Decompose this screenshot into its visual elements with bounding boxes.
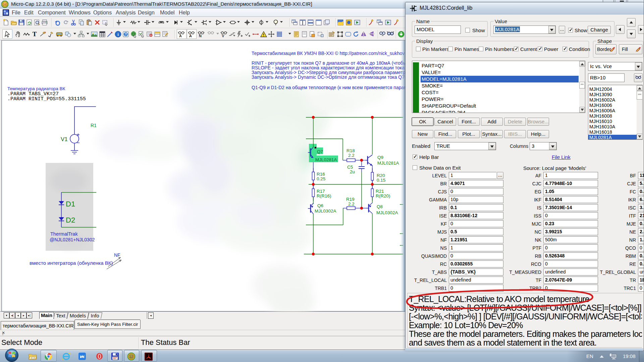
svg-text:2u: 2u	[350, 169, 355, 174]
svg-text:MJL0281A: MJL0281A	[315, 157, 337, 162]
svg-text:Q1-Q9 и D1-D2 на общем теплоот: Q1-Q9 и D1-D2 на общем теплоотводе (к ни…	[252, 85, 405, 90]
svg-text:2.2: 2.2	[348, 153, 355, 158]
svg-text:N: N	[199, 34, 202, 38]
svg-text:MJL0302A: MJL0302A	[376, 210, 398, 215]
svg-text:вместо интегратора (обнуленка: вместо интегратора (обнуленка ВК)	[30, 260, 113, 266]
svg-text:T: T	[33, 31, 37, 38]
svg-text:12: 12	[129, 355, 133, 359]
svg-text:R20: R20	[377, 173, 385, 178]
svg-text:D1: D1	[66, 200, 75, 208]
svg-text:.PARAM RINIT_POS=55.331155: .PARAM RINIT_POS=55.331155	[7, 96, 86, 102]
svg-text:A: A	[189, 34, 192, 38]
svg-text:D2: D2	[66, 216, 75, 224]
svg-text:R21: R21	[376, 189, 384, 194]
svg-text:R16: R16	[317, 172, 325, 177]
svg-text:R(R16): R(R16)	[317, 193, 331, 198]
svg-text:Q7: Q7	[317, 149, 323, 154]
svg-text:NF: NF	[114, 252, 120, 258]
svg-text:A: A	[179, 34, 182, 38]
svg-text:R19: R19	[346, 197, 355, 202]
svg-text:?: ?	[125, 33, 127, 36]
svg-text:Запускать Analysis-> Dynamic D: Запускать Analysis-> Dynamic DC->Optimiz…	[252, 74, 405, 80]
svg-text:R17: R17	[317, 189, 325, 194]
svg-text:MJL0281A: MJL0281A	[377, 161, 399, 166]
svg-text:@NJL0281+NJL0302: @NJL0281+NJL0302	[50, 237, 95, 242]
svg-text:R1: R1	[91, 123, 97, 128]
svg-text:i: i	[117, 32, 119, 37]
svg-text:Q6: Q6	[317, 203, 323, 208]
svg-text:V: V	[222, 34, 224, 38]
svg-text:Термостабилизация ВК УМЗЧ BB-X: Термостабилизация ВК УМЗЧ BB-XXI © http:…	[252, 51, 405, 56]
svg-text:ThermalTrak: ThermalTrak	[50, 231, 78, 237]
svg-text:0.15: 0.15	[377, 178, 385, 183]
svg-text:C5: C5	[347, 165, 353, 170]
svg-text:0.25: 0.25	[317, 176, 325, 181]
svg-text:Q8: Q8	[377, 204, 383, 209]
svg-text:R(R20): R(R20)	[376, 193, 390, 198]
svg-text:Температура радиатора ВК: Температура радиатора ВК	[7, 86, 65, 91]
svg-text:V1: V1	[61, 136, 68, 142]
svg-text:Q9: Q9	[377, 155, 383, 160]
svg-text:2.2: 2.2	[348, 201, 355, 206]
svg-text:MJL0302A: MJL0302A	[315, 208, 336, 214]
svg-text:12: 12	[3, 3, 6, 6]
svg-text:R18: R18	[346, 148, 355, 153]
